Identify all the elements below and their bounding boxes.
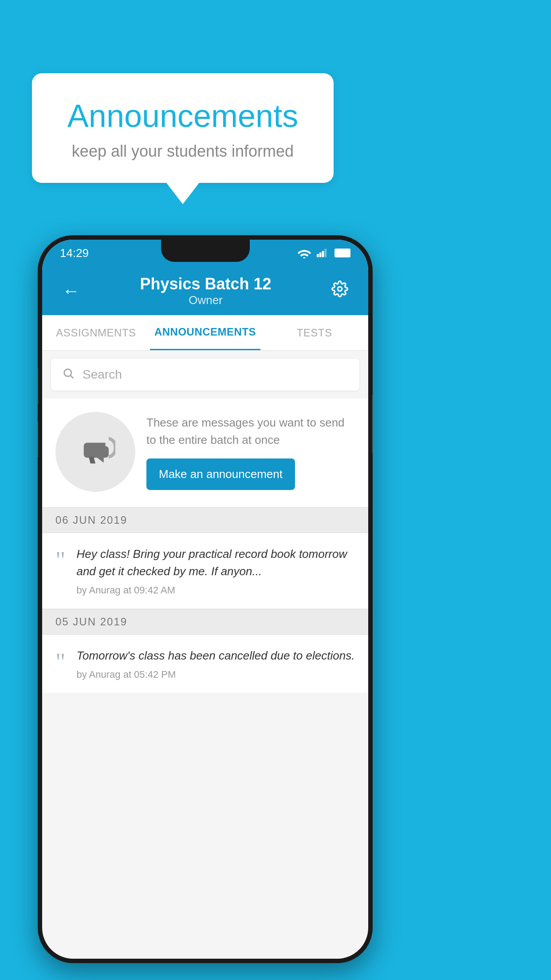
status-time: 14:29	[60, 246, 89, 260]
phone-frame: 14:29 ←	[38, 235, 373, 963]
battery-icon	[335, 249, 350, 257]
announcement-item-1[interactable]: " Hey class! Bring your practical record…	[42, 533, 368, 609]
status-icons	[297, 248, 350, 258]
tabs-bar: ASSIGNMENTS ANNOUNCEMENTS TESTS	[42, 315, 368, 351]
megaphone-icon	[75, 432, 115, 472]
promo-card: These are messages you want to send to t…	[42, 399, 368, 507]
settings-button[interactable]	[327, 276, 353, 306]
svg-rect-6	[337, 251, 345, 255]
svg-rect-1	[319, 253, 322, 257]
app-header: ← Physics Batch 12 Owner	[42, 266, 368, 315]
svg-rect-3	[325, 249, 327, 257]
search-bar[interactable]: Search	[51, 359, 359, 391]
bubble-subtitle: keep all your students informed	[59, 142, 307, 161]
speech-bubble: Announcements keep all your students inf…	[32, 73, 334, 183]
quote-icon-1: "	[55, 548, 65, 572]
signal-icon	[317, 248, 329, 258]
phone-notch	[161, 240, 250, 262]
tab-announcements[interactable]: ANNOUNCEMENTS	[150, 315, 260, 350]
announcement-meta-1: by Anurag at 09:42 AM	[76, 585, 355, 596]
tab-assignments[interactable]: ASSIGNMENTS	[42, 315, 150, 350]
search-placeholder: Search	[83, 368, 122, 382]
header-title: Physics Batch 12	[84, 275, 327, 293]
wifi-icon	[297, 248, 311, 258]
announcement-icon-wrap	[55, 412, 135, 492]
header-center: Physics Batch 12 Owner	[84, 275, 327, 307]
announcement-content-2: Tomorrow's class has been cancelled due …	[76, 647, 355, 680]
quote-icon-2: "	[55, 649, 65, 674]
make-announcement-button[interactable]: Make an announcement	[146, 458, 295, 490]
back-button[interactable]: ←	[58, 277, 84, 305]
svg-line-9	[71, 375, 73, 378]
announcement-item-2[interactable]: " Tomorrow's class has been cancelled du…	[42, 635, 368, 693]
phone-screen: 14:29 ←	[42, 240, 368, 959]
date-separator-2: 05 JUN 2019	[42, 609, 368, 635]
header-subtitle: Owner	[84, 293, 327, 307]
svg-rect-2	[322, 251, 324, 257]
gear-icon	[331, 281, 348, 297]
power-button[interactable]	[372, 395, 373, 453]
volume-up-button[interactable]	[38, 368, 39, 404]
promo-description: These are messages you want to send to t…	[146, 414, 355, 449]
search-icon	[62, 367, 75, 383]
announcement-text-1: Hey class! Bring your practical record b…	[76, 545, 355, 580]
volume-down-button[interactable]	[38, 422, 39, 457]
svg-rect-5	[347, 252, 349, 254]
svg-point-7	[338, 287, 342, 291]
announcement-text-2: Tomorrow's class has been cancelled due …	[76, 647, 355, 664]
promo-right: These are messages you want to send to t…	[146, 414, 355, 490]
content-area: Search These are messages you want to se…	[42, 351, 368, 693]
bubble-title: Announcements	[59, 98, 307, 134]
tab-tests[interactable]: TESTS	[260, 315, 368, 350]
date-separator-1: 06 JUN 2019	[42, 507, 368, 533]
announcement-meta-2: by Anurag at 05:42 PM	[76, 669, 355, 680]
announcement-content-1: Hey class! Bring your practical record b…	[76, 545, 355, 596]
svg-rect-0	[317, 254, 319, 257]
